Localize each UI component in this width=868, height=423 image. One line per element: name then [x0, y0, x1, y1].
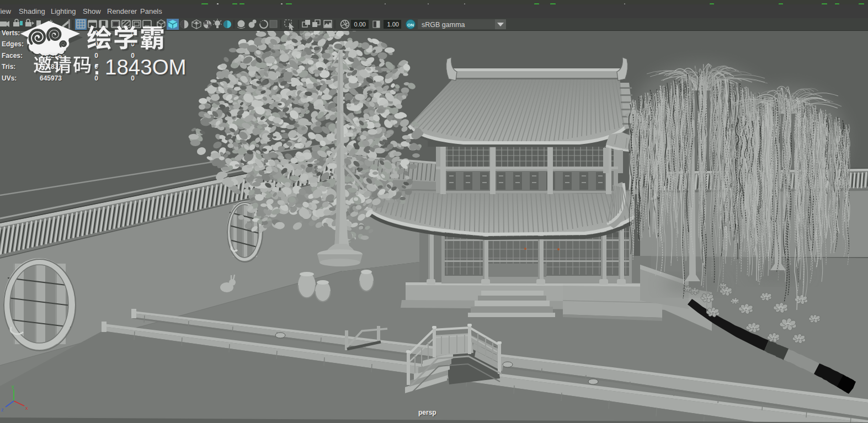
- svg-text:ON: ON: [407, 23, 414, 28]
- svg-text:0.00: 0.00: [354, 21, 366, 28]
- svg-text:y: y: [12, 384, 14, 389]
- svg-text:z: z: [1, 407, 4, 413]
- svg-text:1.00: 1.00: [387, 21, 399, 28]
- svg-text:x: x: [25, 405, 28, 411]
- svg-text:sRGB gamma: sRGB gamma: [422, 21, 465, 29]
